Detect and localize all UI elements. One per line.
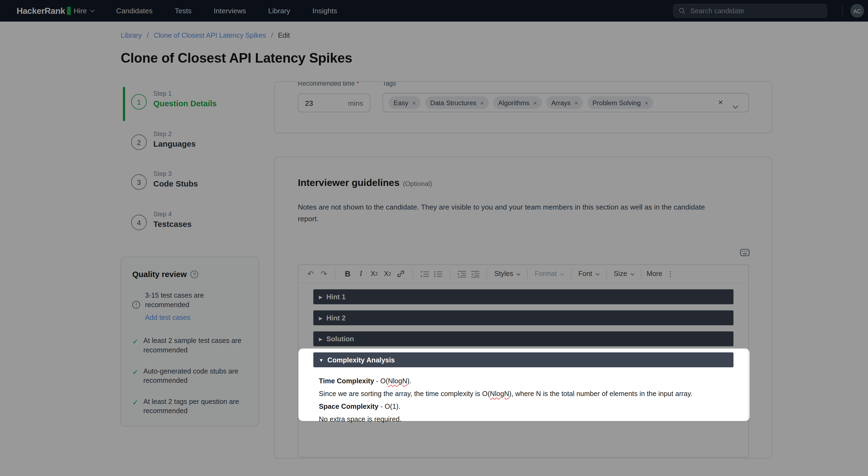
page-title: Clone of Closest API Latency Spikes [121,50,352,66]
outdent-icon[interactable] [468,267,482,280]
triangle-right-icon: ▶ [319,294,322,300]
redo-icon[interactable]: ↷ [317,267,330,280]
misspelling-underline: NlogN [388,377,407,385]
active-step-indicator [123,87,125,121]
link-icon[interactable] [394,267,407,280]
hackerrank-logo[interactable]: HackerRank [17,0,70,22]
font-dropdown[interactable]: Font [576,270,601,278]
quality-item-tags: ✓ At least 2 tags per question are recom… [132,397,254,416]
kebab-icon: ⋮ [667,270,674,278]
tag-pill: Easy× [389,96,421,109]
format-dropdown[interactable]: Format [532,270,565,278]
quality-item-text: Auto-generated code stubs are recommende… [143,367,254,385]
nav-item-tests[interactable]: Tests [175,6,191,15]
indent-icon[interactable] [455,267,468,280]
step-code-stubs[interactable]: 3 Step 3 Code Stubs [131,170,198,190]
optional-label: (Optional) [403,180,432,188]
undo-icon[interactable]: ↶ [304,267,317,280]
complexity-analysis-content: Time Complexity - O(NlogN). Since we are… [313,374,734,423]
help-icon[interactable]: ? [191,271,198,278]
accordion-complexity-analysis[interactable]: ▼ Complexity Analysis [313,352,734,367]
nav-item-candidates[interactable]: Candidates [116,6,152,15]
avatar[interactable]: AC [850,4,864,18]
breadcrumb-separator: / [147,31,149,39]
search-input[interactable] [689,6,822,15]
remove-tag-icon[interactable]: × [412,99,416,106]
remove-tag-icon[interactable]: × [575,99,578,106]
step-label: Step 1 [153,90,217,97]
step-question-details[interactable]: 1 Step 1 Question Details [131,90,217,109]
step-name: Languages [153,139,195,148]
step-name: Testcases [153,219,191,229]
tags-select[interactable]: Easy× Data Structures× Algorithms× Array… [382,93,749,112]
breadcrumb-current: Edit [278,31,290,39]
styles-dropdown[interactable]: Styles [492,270,522,278]
step-label: Step 4 [153,211,191,217]
editor-content[interactable]: ▶ Hint 1 ▶ Hint 2 ▶ Solution ▼ Complexit… [299,283,748,423]
recommended-time-label: Recommended time * [298,81,359,88]
tag-pill: Arrays× [546,96,583,109]
numbered-list-icon[interactable] [418,267,431,280]
required-asterisk: * [357,81,359,87]
tags-chevron-down-icon[interactable] [734,100,737,110]
step-label: Step 3 [153,170,198,177]
breadcrumb-separator: / [271,31,273,39]
quality-item-text: 3-15 test cases are recommended [145,292,204,309]
step-testcases[interactable]: 4 Step 4 Testcases [131,211,192,230]
guidelines-editor[interactable]: ↶ ↷ B I X2 X2 [298,265,749,457]
tag-pill: Algorithms× [493,96,542,109]
time-complexity-description: Since we are sorting the array, the time… [319,390,734,398]
step-languages[interactable]: 2 Step 2 Languages [131,131,196,150]
remove-tag-icon[interactable]: × [533,99,537,106]
space-complexity-line: Space Complexity - O(1). [319,403,734,411]
breadcrumb-question-link[interactable]: Clone of Closest API Latency Spikes [154,31,266,39]
nav-item-library[interactable]: Library [268,6,290,15]
time-complexity-line: Time Complexity - O(NlogN). [319,377,734,385]
nav-item-interviews[interactable]: Interviews [214,6,246,15]
quality-review-panel: Quality review ? ! 3-15 test cases are r… [121,257,259,427]
editor-toolbar: ↶ ↷ B I X2 X2 [299,265,748,283]
search-icon [679,7,685,14]
recommended-time-input[interactable]: 23 mins [298,94,370,112]
step-1-circle: 1 [131,94,147,109]
step-name: Question Details [153,99,217,108]
remove-tag-icon[interactable]: × [480,99,484,106]
quality-item-code-stubs: ✓ Auto-generated code stubs are recommen… [132,367,254,385]
superscript-icon[interactable]: X2 [368,267,381,280]
interviewer-guidelines-card: Interviewer guidelines(Optional) Notes a… [274,157,772,458]
accordion-hint-1[interactable]: ▶ Hint 1 [313,289,734,304]
warning-icon: ! [132,301,140,309]
add-test-cases-link[interactable]: Add test cases [145,313,228,322]
nav-item-insights[interactable]: Insights [312,6,337,15]
quality-item-sample-cases: ✓ At least 2 sample test cases are recom… [132,336,254,355]
more-button[interactable]: More⋮ [647,270,674,278]
bulleted-list-icon[interactable] [431,267,444,280]
nav-menu: Hire Candidates Tests Interviews Library… [73,0,337,22]
time-value: 23 [305,99,313,107]
accordion-label: Complexity Analysis [328,356,395,364]
subscript-icon[interactable]: X2 [381,267,394,280]
keyboard-icon[interactable] [740,249,750,256]
italic-icon[interactable]: I [354,267,368,280]
logo-green-block-icon [67,6,70,15]
breadcrumb-library-link[interactable]: Library [121,31,142,39]
nav-divider [842,4,842,17]
time-unit: mins [348,99,363,107]
clear-tags-icon[interactable]: × [718,97,723,107]
size-dropdown[interactable]: Size [611,270,636,278]
accordion-label: Hint 1 [326,293,346,301]
search-box[interactable] [673,4,827,18]
nav-item-hire[interactable]: Hire [73,6,94,15]
step-2-circle: 2 [131,134,147,150]
accordion-hint-2[interactable]: ▶ Hint 2 [313,310,734,325]
top-nav: HackerRank Hire Candidates Tests Intervi… [0,0,868,22]
check-icon: ✓ [132,367,138,385]
tag-pill: Problem Solving× [588,96,653,109]
bold-icon[interactable]: B [341,267,354,280]
remove-tag-icon[interactable]: × [645,99,648,106]
breadcrumb: Library / Clone of Closest API Latency S… [121,31,290,39]
accordion-label: Solution [326,335,354,343]
misspelling-underline: NlogN [490,390,509,398]
guidelines-description: Notes are not shown to the candidate. Th… [298,201,727,225]
accordion-solution[interactable]: ▶ Solution [313,331,734,346]
